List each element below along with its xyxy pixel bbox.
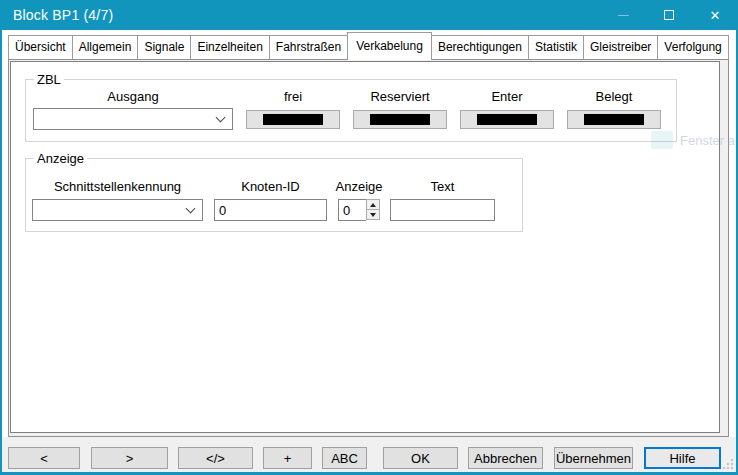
knoten-id-input[interactable] xyxy=(214,199,327,221)
reserviert-color-swatch[interactable] xyxy=(353,110,447,129)
tab-berechtigungen[interactable]: Berechtigungen xyxy=(431,35,529,59)
hilfe-button[interactable]: Hilfe xyxy=(644,447,721,469)
enter-color-value xyxy=(477,114,537,125)
anzeige-spinner-input[interactable] xyxy=(338,199,366,221)
reserviert-label: Reserviert xyxy=(353,89,447,104)
spinner-down-button[interactable] xyxy=(366,209,380,220)
anzeige-spinner xyxy=(338,199,380,221)
minimize-icon xyxy=(618,15,629,16)
footer-bar: < > </> + ABC OK Abbrechen Übernehmen Hi… xyxy=(0,437,738,475)
tab-verfolgung[interactable]: Verfolgung xyxy=(657,35,728,59)
maximize-icon xyxy=(664,10,674,20)
ok-button[interactable]: OK xyxy=(383,447,458,469)
tab-einzelheiten[interactable]: Einzelheiten xyxy=(190,35,269,59)
tab-gleistreiber[interactable]: Gleistreiber xyxy=(583,35,658,59)
tab-allgemein[interactable]: Allgemein xyxy=(72,35,139,59)
titlebar: Block BP1 (4/7) ✕ xyxy=(0,0,738,30)
spinner-up-icon xyxy=(370,203,376,207)
dialog-window: Block BP1 (4/7) ✕ Übersicht Allgemein Si… xyxy=(0,0,738,475)
tab-fahrstrassen[interactable]: Fahrstraßen xyxy=(269,35,348,59)
knoten-id-label: Knoten-ID xyxy=(214,179,327,194)
add-button[interactable]: + xyxy=(263,447,312,469)
uebernehmen-button[interactable]: Übernehmen xyxy=(554,447,633,469)
anzeige-spinner-buttons xyxy=(366,199,380,221)
window-border-left xyxy=(0,0,2,475)
abc-button[interactable]: ABC xyxy=(322,447,367,469)
anzeige-label: Anzeige xyxy=(332,179,386,194)
ausgang-combobox[interactable] xyxy=(33,108,233,130)
belegt-color-swatch[interactable] xyxy=(567,110,661,129)
close-button[interactable]: ✕ xyxy=(692,0,738,30)
tab-verkabelung[interactable]: Verkabelung xyxy=(347,32,432,60)
reserviert-color-value xyxy=(370,114,430,125)
window-title: Block BP1 (4/7) xyxy=(0,7,113,23)
code-toggle-button[interactable]: </> xyxy=(178,447,253,469)
tab-row: Übersicht Allgemein Signale Einzelheiten… xyxy=(8,31,728,59)
spinner-down-icon xyxy=(370,213,376,217)
chevron-down-icon xyxy=(186,203,196,213)
frei-color-swatch[interactable] xyxy=(246,110,340,129)
schnittstellenkennung-combobox[interactable] xyxy=(32,199,203,221)
enter-label: Enter xyxy=(460,89,554,104)
belegt-label: Belegt xyxy=(567,89,661,104)
tab-signale[interactable]: Signale xyxy=(137,35,191,59)
abbrechen-button[interactable]: Abbrechen xyxy=(468,447,543,469)
ausgang-label: Ausgang xyxy=(33,89,233,104)
next-button[interactable]: > xyxy=(91,447,168,469)
frei-color-value xyxy=(263,114,323,125)
anzeige-legend: Anzeige xyxy=(34,151,87,166)
text-input[interactable] xyxy=(390,199,495,221)
frei-label: frei xyxy=(246,89,340,104)
zbl-legend: ZBL xyxy=(34,72,64,87)
prev-button[interactable]: < xyxy=(8,447,80,469)
minimize-button[interactable] xyxy=(600,0,646,30)
schnittstellenkennung-label: Schnittstellenkennung xyxy=(32,179,203,194)
caption-buttons: ✕ xyxy=(600,0,738,30)
tab-uebersicht[interactable]: Übersicht xyxy=(8,35,73,59)
text-label: Text xyxy=(390,179,495,194)
close-icon: ✕ xyxy=(710,9,721,22)
chevron-down-icon xyxy=(216,112,226,122)
enter-color-swatch[interactable] xyxy=(460,110,554,129)
maximize-button[interactable] xyxy=(646,0,692,30)
belegt-color-value xyxy=(584,114,644,125)
resize-grip[interactable] xyxy=(731,467,733,469)
tab-statistik[interactable]: Statistik xyxy=(528,35,584,59)
